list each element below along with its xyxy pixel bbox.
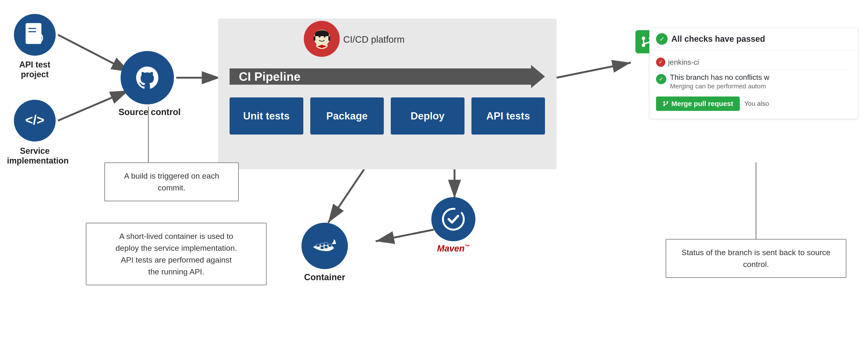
callout-container: A short-lived container is used todeploy… [86,223,267,285]
container-area: Container [302,223,348,282]
jenkins-check-row: ✓ jenkins-ci [656,55,851,69]
svg-point-39 [667,101,668,103]
jenkins-avatar-small: ✓ [656,58,665,67]
merge-row[interactable]: Merge pull request You also [656,93,851,114]
checks-passed-icon: ✓ [656,33,668,45]
service-impl-label: Serviceimplementation [7,146,63,166]
api-test-project-icon [14,14,56,56]
source-control-icon [121,51,174,105]
pipeline-label: CI Pipeline [239,69,301,84]
svg-point-34 [642,37,645,40]
docker-icon [302,223,348,269]
svg-line-7 [376,230,434,241]
checks-panel: ✓ All checks have passed ✓ jenkins-ci ✓ … [649,28,858,119]
api-tests-step: API tests [471,97,545,135]
deploy-step: Deploy [391,97,465,135]
cicd-platform-label: CI/CD platform [343,34,405,45]
no-conflicts-row: ✓ This branch has no conflicts w Merging… [656,70,851,93]
service-impl-icon: </> [14,100,56,142]
svg-rect-21 [313,36,315,41]
container-label: Container [302,272,348,282]
jenkins-icon [304,21,340,57]
svg-rect-29 [320,243,324,246]
svg-rect-28 [316,244,320,247]
checks-header: ✓ All checks have passed [650,28,858,50]
checks-title: All checks have passed [671,34,765,44]
source-control-label: Source control [116,107,183,117]
svg-rect-31 [324,242,328,245]
maven-icon [431,197,475,241]
svg-line-6 [328,169,364,223]
svg-point-37 [663,101,665,103]
unit-tests-step: Unit tests [229,97,303,135]
no-conflicts-sub: Merging can be performed autom [670,83,770,90]
maven-label: Maven™ [431,244,475,254]
svg-rect-30 [320,246,324,249]
no-conflicts-icon: ✓ [656,74,666,84]
svg-line-5 [557,63,631,78]
merge-also-text: You also [744,100,769,108]
status-callout: Status of the branch is sent back to sou… [665,239,846,278]
svg-rect-32 [324,246,328,248]
api-test-label: API test project [14,60,56,79]
pipeline-steps: Unit tests Package Deploy API tests [229,97,545,135]
svg-rect-22 [329,36,330,41]
merge-pull-request-button[interactable]: Merge pull request [656,96,740,111]
svg-rect-33 [329,244,332,247]
svg-point-16 [130,61,164,94]
no-conflicts-title: This branch has no conflicts w [670,73,770,82]
ci-pipeline-arrow: CI Pipeline [229,65,545,88]
callout-build-triggered: A build is triggered on each commit. [104,162,239,201]
cicd-platform-area: CI/CD platform CI Pipeline Unit tests Pa… [218,19,557,169]
jenkins-check-label: jenkins-ci [668,58,699,66]
package-step: Package [310,97,384,135]
maven-area: Maven™ [431,197,475,254]
svg-text:</>: </> [25,113,44,127]
svg-line-2 [58,35,130,72]
